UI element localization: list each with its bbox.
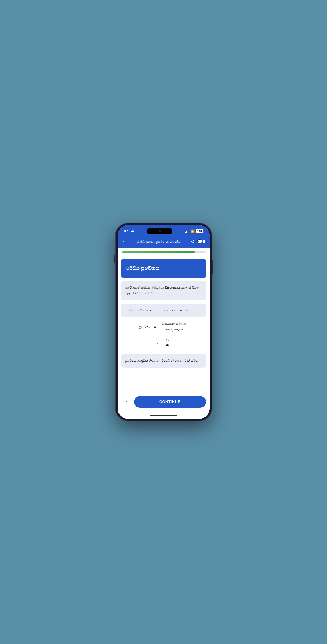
formula-fraction: විස්ථාපන වෙනස ගත වූ කාලය	[160, 322, 188, 332]
lesson-title: රේඛීය ප්‍රවේගය	[126, 265, 201, 271]
math-delta-s: Δs	[164, 338, 171, 342]
refresh-button[interactable]: ↺	[191, 239, 194, 244]
lesson-header-card: රේඛීය ප්‍රවේගය	[121, 259, 206, 278]
status-bar: 07:54 📶 100	[118, 225, 210, 236]
nav-bar: ← විස්ථාපනය, ප්‍රවේගය, නා ත්... ↺ 💬 5	[118, 236, 210, 248]
wifi-icon: 📶	[191, 230, 195, 233]
formula-row: ප්‍රවේගය = විස්ථාපන වෙනස ගත වූ කාලය	[121, 322, 206, 332]
signal-icon	[185, 230, 189, 233]
math-delta-t: Δt	[166, 342, 169, 346]
status-time: 07:54	[124, 229, 134, 234]
notch	[147, 228, 172, 234]
home-indicator	[118, 412, 210, 419]
home-bar	[150, 415, 177, 416]
info-text-1: යම් දිශාවක් ඔස්සේ වස්තුවක විස්ථාපනය වෙනස…	[125, 285, 202, 296]
formula-equals: =	[154, 324, 157, 329]
chat-button[interactable]: 💬 5	[197, 239, 205, 244]
back-button[interactable]: ←	[122, 238, 127, 244]
progress-track	[122, 251, 205, 253]
phone-frame: 07:54 📶 100 ← විස්ථාපනය, ප්‍රවේගය, න	[115, 223, 212, 421]
math-fraction: Δs Δt	[164, 338, 171, 346]
info-box-2: ප්‍රවේගය දක්වන සාමාන්‍ය සංකේත v සහ u වේ.	[121, 304, 206, 318]
fraction-numerator: විස්ථාපන වෙනස	[160, 322, 188, 327]
info-box-3: ප්‍රවේගය දෛශික රාශියකි. එහෙයින් එය දිශාව…	[121, 354, 206, 368]
continue-button[interactable]: CONTINUE	[134, 396, 206, 408]
math-equal-symbol: =	[160, 340, 162, 344]
fraction-denominator: ගත වූ කාලය	[165, 328, 183, 332]
prev-button[interactable]: ‹	[121, 397, 131, 407]
content-area: රේඛීය ප්‍රවේගය යම් දිශාවක් ඔස්සේ වස්තුවක…	[118, 256, 210, 393]
info-text-3: ප්‍රවේගය දෛශික රාශියකි. එහෙයින් එය දිශාව…	[125, 358, 202, 364]
bottom-bar: ‹ CONTINUE	[118, 393, 210, 412]
formula-label: ප්‍රවේගය	[139, 325, 150, 329]
formula-section: ප්‍රවේගය = විස්ථාපන වෙනස ගත වූ කාලය v = …	[118, 317, 210, 354]
chat-count: 5	[203, 240, 205, 244]
info-text-2: ප්‍රවේගය දක්වන සාමාන්‍ය සංකේත v සහ u වේ.	[125, 308, 202, 313]
nav-title: විස්ථාපනය, ප්‍රවේගය, නා ත්...	[130, 240, 188, 244]
progress-section	[118, 248, 210, 256]
progress-fill	[122, 251, 195, 253]
battery-indicator: 100	[196, 229, 203, 233]
info-box-1: යම් දිශාවක් ඔස්සේ වස්තුවක විස්ථාපනය වෙනස…	[121, 281, 206, 300]
math-v-symbol: v	[156, 340, 158, 344]
math-formula-box: v = Δs Δt	[152, 336, 175, 349]
camera-dot	[159, 230, 161, 232]
status-icons: 📶 100	[185, 229, 203, 233]
chat-bubble-icon: 💬	[197, 239, 202, 244]
phone-screen: 07:54 📶 100 ← විස්ථාපනය, ප්‍රවේගය, න	[118, 225, 210, 419]
